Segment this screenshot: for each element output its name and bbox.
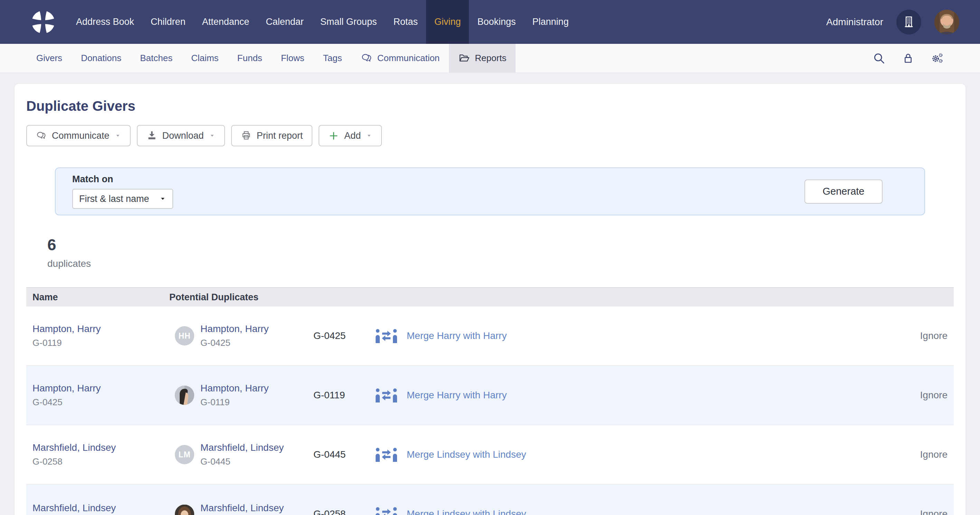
ignore-link[interactable]: Ignore: [920, 509, 948, 515]
ignore-link[interactable]: Ignore: [920, 390, 948, 401]
download-button[interactable]: Download: [137, 125, 225, 146]
button-label: Add: [344, 130, 361, 141]
chat-icon: [361, 52, 372, 64]
duplicate-match-code: G-0425: [313, 330, 345, 341]
top-nav-item-rotas[interactable]: Rotas: [385, 0, 426, 44]
top-nav-item-children[interactable]: Children: [142, 0, 194, 44]
nav-item-label: Rotas: [393, 17, 418, 27]
merge-link[interactable]: Merge Harry with Harry: [407, 330, 507, 341]
caret-down-icon: [115, 133, 121, 139]
sub-nav-item-batches[interactable]: Batches: [130, 44, 182, 73]
duplicate-avatar: [175, 385, 194, 405]
select-caret-icon: [159, 195, 166, 202]
duplicate-cell: HH Hampton, Harry G-0425: [175, 323, 269, 348]
sub-nav-item-givers[interactable]: Givers: [27, 44, 72, 73]
add-button[interactable]: Add: [318, 125, 382, 146]
duplicate-name-link[interactable]: Hampton, Harry: [200, 383, 269, 394]
duplicate-name-link[interactable]: Marshfield, Lindsey: [200, 502, 284, 513]
duplicates-summary: 6 duplicates: [47, 237, 954, 269]
top-nav-item-planning[interactable]: Planning: [524, 0, 577, 44]
chat-icon: [36, 130, 47, 141]
giver-name-link[interactable]: Marshfield, Lindsey: [32, 502, 116, 513]
sub-nav-item-flows[interactable]: Flows: [272, 44, 314, 73]
printer-icon: [241, 130, 251, 141]
merge-link[interactable]: Merge Lindsey with Lindsey: [407, 509, 526, 515]
match-panel: Match on First & last name Generate: [55, 167, 925, 216]
user-photo: [934, 10, 959, 35]
caret-down-icon: [209, 133, 215, 139]
print-report-button[interactable]: Print report: [231, 125, 313, 146]
giver-cell: Marshfield, Lindsey G-0258: [32, 442, 116, 467]
giver-code: G-0425: [32, 397, 101, 408]
lock-button[interactable]: [902, 52, 915, 65]
sub-nav-item-reports[interactable]: Reports: [449, 44, 515, 73]
table-row: Marshfield, Lindsey G-0258 LM Marshfield…: [26, 425, 954, 485]
merge-icon: [375, 329, 398, 343]
sub-nav-item-funds[interactable]: Funds: [228, 44, 272, 73]
duplicate-code: G-0425: [200, 338, 269, 348]
duplicate-code: G-0119: [200, 397, 269, 408]
avatar-photo: [175, 385, 194, 405]
top-nav-item-giving[interactable]: Giving: [426, 0, 469, 44]
duplicate-cell: Marshfield, Lindsey: [175, 502, 284, 515]
nav-item-label: Children: [151, 17, 186, 27]
merge-cell: Merge Lindsey with Lindsey: [375, 507, 526, 515]
merge-link[interactable]: Merge Harry with Harry: [407, 390, 507, 401]
ignore-link[interactable]: Ignore: [920, 449, 948, 460]
nav-item-label: Planning: [533, 17, 569, 27]
sub-nav-item-label: Communication: [377, 53, 440, 63]
nav-item-label: Calendar: [266, 17, 304, 27]
match-on-group: Match on First & last name: [72, 174, 173, 209]
sub-nav-item-tags[interactable]: Tags: [314, 44, 352, 73]
sub-nav-tools: [873, 44, 944, 73]
app-logo[interactable]: [30, 0, 56, 44]
sub-nav-item-claims[interactable]: Claims: [182, 44, 228, 73]
sub-nav-item-communication[interactable]: Communication: [352, 44, 449, 73]
duplicate-match-code: G-0445: [313, 449, 345, 460]
duplicate-avatar: [175, 504, 194, 515]
user-role-menu[interactable]: Administrator: [826, 17, 883, 28]
giver-name-link[interactable]: Hampton, Harry: [32, 383, 101, 394]
match-on-selected-value: First & last name: [79, 193, 149, 204]
top-nav-item-bookings[interactable]: Bookings: [469, 0, 524, 44]
column-header-name: Name: [32, 292, 58, 303]
organisation-button[interactable]: [896, 10, 921, 35]
duplicate-name-link[interactable]: Hampton, Harry: [200, 323, 269, 334]
merge-link[interactable]: Merge Lindsey with Lindsey: [407, 449, 526, 460]
giver-cell: Marshfield, Lindsey: [32, 502, 116, 515]
generate-button[interactable]: Generate: [805, 179, 883, 204]
nav-item-label: Giving: [434, 17, 461, 27]
nav-item-label: Bookings: [477, 17, 515, 27]
merge-cell: Merge Harry with Harry: [375, 329, 507, 343]
top-nav-item-small-groups[interactable]: Small Groups: [312, 0, 385, 44]
communicate-button[interactable]: Communicate: [26, 125, 130, 146]
sub-nav-item-label: Batches: [140, 53, 172, 63]
merge-icon: [375, 447, 398, 462]
search-button[interactable]: [873, 52, 886, 65]
duplicate-name-link[interactable]: Marshfield, Lindsey: [200, 442, 284, 453]
top-nav-item-attendance[interactable]: Attendance: [194, 0, 258, 44]
duplicates-count: 6: [47, 237, 954, 253]
sub-nav-item-label: Flows: [281, 53, 304, 63]
user-avatar[interactable]: [934, 10, 959, 35]
folder-icon: [458, 52, 470, 64]
sub-nav-item-donations[interactable]: Donations: [72, 44, 130, 73]
top-nav-item-calendar[interactable]: Calendar: [258, 0, 312, 44]
giver-name-link[interactable]: Marshfield, Lindsey: [32, 442, 116, 453]
ignore-link[interactable]: Ignore: [920, 330, 948, 341]
giver-cell: Hampton, Harry G-0119: [32, 323, 101, 348]
match-on-select[interactable]: First & last name: [72, 189, 173, 209]
duplicates-table: Name Potential Duplicates Hampton, Harry…: [26, 287, 954, 515]
avatar-initials: LM: [175, 445, 194, 464]
settings-button[interactable]: [931, 52, 944, 65]
top-nav-item-address-book[interactable]: Address Book: [68, 0, 142, 44]
giver-code: G-0119: [32, 338, 101, 348]
nav-item-label: Address Book: [76, 17, 134, 27]
column-header-potential-duplicates: Potential Duplicates: [169, 292, 258, 303]
page-title: Duplicate Givers: [26, 98, 954, 114]
caret-down-icon: [366, 133, 372, 139]
lock-icon: [902, 52, 915, 65]
top-navigation-bar: Address BookChildrenAttendanceCalendarSm…: [0, 0, 980, 44]
duplicate-match-code: G-0258: [313, 509, 345, 515]
giver-name-link[interactable]: Hampton, Harry: [32, 323, 101, 334]
